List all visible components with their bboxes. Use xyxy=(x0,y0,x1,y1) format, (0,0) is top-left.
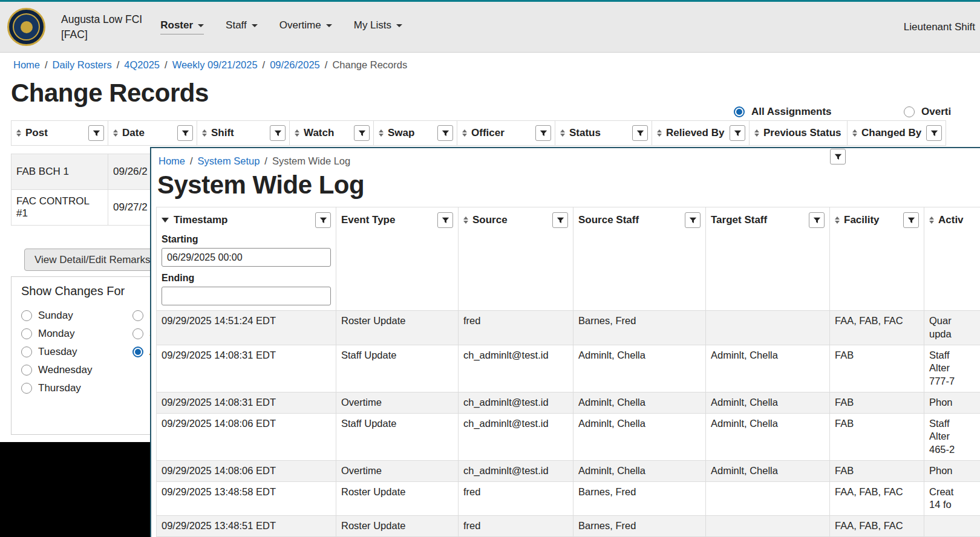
menu-my-lists[interactable]: My Lists xyxy=(354,19,402,34)
filter-button-officer[interactable] xyxy=(535,125,551,141)
cell-source-staff: Adminlt, Chella xyxy=(573,414,705,460)
view-detail-button[interactable]: View Detail/Edit Remarks xyxy=(24,249,160,271)
sort-up-arrow-icon xyxy=(835,216,840,220)
radio-option-wednesday[interactable]: Wednesday xyxy=(21,364,92,376)
starting-filter-input[interactable] xyxy=(162,248,331,267)
change-records-table-header: PostDateShiftWatchSwapOfficerStatusRelie… xyxy=(11,120,946,146)
radio-option-sunday[interactable]: Sunday xyxy=(21,310,92,322)
cell-target-staff xyxy=(706,516,829,536)
cell-activity xyxy=(924,516,980,536)
cell-timestamp: 09/29/2025 14:08:31 EDT xyxy=(157,345,336,392)
radio-label: Tuesday xyxy=(38,346,77,358)
radio-unselected-icon xyxy=(132,310,143,321)
menu-staff[interactable]: Staff xyxy=(226,19,258,34)
column-header-source[interactable]: Source xyxy=(459,207,573,310)
radio-option-monday[interactable]: Monday xyxy=(21,328,92,340)
column-header-watch[interactable]: Watch xyxy=(290,121,373,145)
seal-center xyxy=(21,21,33,33)
filter-button-post[interactable] xyxy=(88,125,104,141)
radio-option-overtime[interactable]: Overti xyxy=(904,106,951,118)
cell-source-staff: Adminlt, Chella xyxy=(573,345,705,392)
column-label: Relieved By xyxy=(666,127,724,139)
activity-line: Alter xyxy=(929,430,980,443)
sort-icon xyxy=(463,216,468,224)
column-header-status[interactable]: Status xyxy=(555,121,652,145)
column-header-activ[interactable]: Activ xyxy=(924,207,980,310)
sort-up-arrow-icon xyxy=(754,129,759,132)
column-header-changed-by[interactable]: Changed By xyxy=(848,121,946,145)
ending-filter-input[interactable] xyxy=(162,287,331,305)
filter-button-source-staff[interactable] xyxy=(685,212,701,228)
menu-overtime[interactable]: Overtime xyxy=(279,19,332,34)
sort-up-arrow-icon xyxy=(295,129,299,132)
cell-post[interactable]: FAB BCH 1 xyxy=(11,154,108,189)
breadcrumb-weekly-09-21-2025[interactable]: Weekly 09/21/2025 xyxy=(172,59,258,70)
cell-activity: Creat14 fo xyxy=(924,482,980,516)
breadcrumb-daily-rosters[interactable]: Daily Rosters xyxy=(53,59,112,70)
chevron-down-icon xyxy=(198,24,204,27)
filter-button-swap[interactable] xyxy=(437,125,453,141)
chevron-down-icon xyxy=(326,24,332,27)
column-header-event-type[interactable]: Event Type xyxy=(336,207,458,310)
breadcrumb-home[interactable]: Home xyxy=(13,59,40,70)
filter-button-changed-by[interactable] xyxy=(926,125,942,141)
filter-button-event-type[interactable] xyxy=(437,212,453,228)
filter-button-watch[interactable] xyxy=(354,125,370,141)
cell-target-staff: Adminlt, Chella xyxy=(706,345,829,392)
funnel-icon xyxy=(636,129,644,137)
activity-line: Phon xyxy=(929,464,980,478)
column-header-officer[interactable]: Officer xyxy=(457,121,555,145)
cell-target-staff xyxy=(706,311,829,345)
column-header-timestamp[interactable]: TimestampStartingEnding xyxy=(157,207,336,310)
funnel-icon xyxy=(358,129,366,137)
menu-roster[interactable]: Roster xyxy=(160,19,204,34)
column-label: Source Staff xyxy=(578,214,639,226)
filter-button-target-staff[interactable] xyxy=(809,212,825,228)
radio-option-all-assignments[interactable]: All Assignments xyxy=(734,106,832,118)
radio-option-thursday[interactable]: Thursday xyxy=(21,382,92,394)
column-header-swap[interactable]: Swap xyxy=(374,121,457,145)
cell-timestamp: 09/29/2025 13:48:51 EDT xyxy=(157,516,336,536)
cell-post[interactable]: FAC CONTROL #1 xyxy=(11,190,108,225)
breadcrumb-4q2025[interactable]: 4Q2025 xyxy=(124,59,160,70)
filter-button-source[interactable] xyxy=(552,212,568,228)
cell-target-staff xyxy=(706,482,829,516)
cell-source: fred xyxy=(459,482,573,516)
sort-icon xyxy=(852,129,857,137)
column-header-target-staff[interactable]: Target Staff xyxy=(706,207,829,310)
filter-button-status[interactable] xyxy=(632,125,648,141)
filter-button-timestamp[interactable] xyxy=(315,212,331,228)
column-label: Activ xyxy=(938,214,964,226)
filter-button-relieved-by[interactable] xyxy=(730,125,745,141)
radio-unselected-icon xyxy=(21,383,32,394)
funnel-icon xyxy=(689,216,697,224)
column-header-date[interactable]: Date xyxy=(108,121,197,145)
column-label: Facility xyxy=(844,214,880,226)
filter-button-date[interactable] xyxy=(177,125,193,141)
breadcrumb-system-setup[interactable]: System Setup xyxy=(198,155,260,166)
cell-source-staff: Barnes, Fred xyxy=(573,482,705,516)
breadcrumb-09-26-2025[interactable]: 09/26/2025 xyxy=(270,59,320,70)
filter-button-facility[interactable] xyxy=(903,212,919,228)
funnel-icon xyxy=(442,216,449,224)
breadcrumb-home[interactable]: Home xyxy=(158,155,185,166)
ending-label: Ending xyxy=(162,273,194,284)
activity-line: Quar xyxy=(929,314,980,328)
column-header-facility[interactable]: Facility xyxy=(830,207,924,310)
activity-line: 465-2 xyxy=(929,443,980,457)
sort-up-arrow-icon xyxy=(202,129,207,132)
column-header-post[interactable]: Post xyxy=(11,121,108,145)
column-header-source-staff[interactable]: Source Staff xyxy=(573,207,705,310)
chevron-down-icon xyxy=(252,24,258,27)
column-header-shift[interactable]: Shift xyxy=(197,121,289,145)
filter-button-previous-status[interactable] xyxy=(830,149,846,164)
column-header-relieved-by[interactable]: Relieved By xyxy=(652,121,749,145)
column-header-previous-status[interactable]: Previous Status xyxy=(750,121,847,145)
cell-source: ch_adminlt@test.id xyxy=(459,414,573,460)
facility-line1: Augusta Low FCI xyxy=(61,12,142,27)
column-label: Status xyxy=(569,127,601,139)
main-menu: RosterStaffOvertimeMy Lists xyxy=(160,19,424,34)
filter-button-shift[interactable] xyxy=(270,125,286,141)
radio-option-tuesday[interactable]: Tuesday xyxy=(21,346,92,358)
header-top: Facility xyxy=(835,212,919,228)
